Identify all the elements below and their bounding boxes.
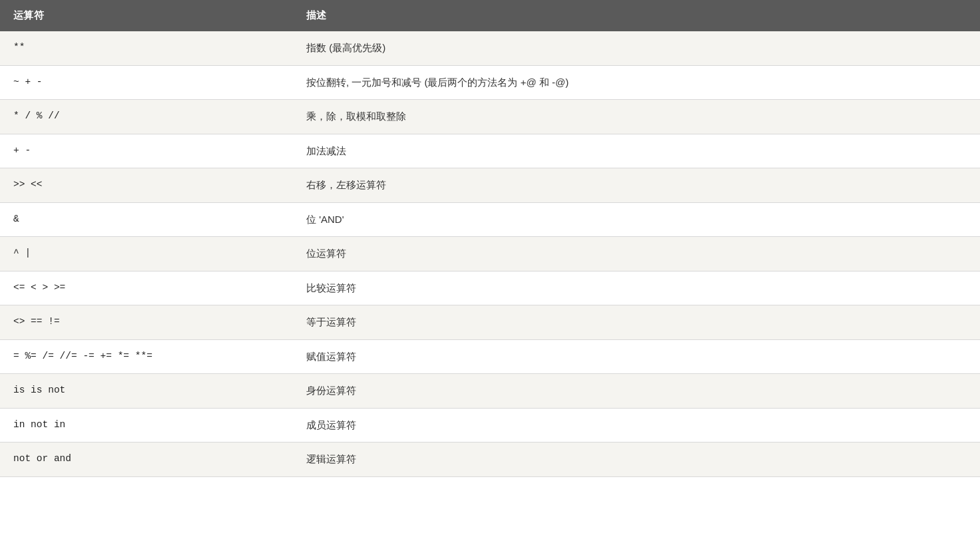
table-row: <> == !=等于运算符 — [0, 305, 980, 340]
table-row: in not in成员运算符 — [0, 408, 980, 443]
description-cell: 位运算符 — [293, 237, 980, 271]
description-cell: 逻辑运算符 — [293, 443, 980, 477]
col-operator-header: 运算符 — [0, 0, 293, 31]
description-cell: 加法减法 — [293, 134, 980, 168]
operator-cell: is is not — [0, 374, 293, 409]
operator-cell: + - — [0, 134, 293, 168]
description-cell: 成员运算符 — [293, 408, 980, 443]
operator-cell: <= < > >= — [0, 271, 293, 305]
table-row: ^ |位运算符 — [0, 237, 980, 271]
operators-table: 运算符 描述 **指数 (最高优先级)~ + -按位翻转, 一元加号和减号 (最… — [0, 0, 980, 477]
table-row: **指数 (最高优先级) — [0, 31, 980, 65]
table-row: = %= /= //= -= += *= **=赋值运算符 — [0, 339, 980, 374]
table-row: &位 'AND' — [0, 202, 980, 237]
table-row: + -加法减法 — [0, 134, 980, 168]
operator-cell: & — [0, 202, 293, 237]
table-row: <= < > >=比较运算符 — [0, 271, 980, 305]
operator-cell: * / % // — [0, 100, 293, 134]
operator-cell: >> << — [0, 168, 293, 203]
description-cell: 比较运算符 — [293, 271, 980, 305]
table-row: not or and逻辑运算符 — [0, 443, 980, 477]
table-row: * / % //乘，除，取模和取整除 — [0, 100, 980, 134]
description-cell: 位 'AND' — [293, 202, 980, 237]
description-cell: 按位翻转, 一元加号和减号 (最后两个的方法名为 +@ 和 -@) — [293, 65, 980, 100]
table-row: is is not身份运算符 — [0, 374, 980, 409]
description-cell: 乘，除，取模和取整除 — [293, 100, 980, 134]
operator-cell: ~ + - — [0, 65, 293, 100]
description-cell: 右移，左移运算符 — [293, 168, 980, 203]
operator-cell: ^ | — [0, 237, 293, 271]
col-description-header: 描述 — [293, 0, 980, 31]
table-header-row: 运算符 描述 — [0, 0, 980, 31]
table-row: >> <<右移，左移运算符 — [0, 168, 980, 203]
description-cell: 赋值运算符 — [293, 339, 980, 374]
operator-cell: <> == != — [0, 305, 293, 340]
description-cell: 等于运算符 — [293, 305, 980, 340]
description-cell: 指数 (最高优先级) — [293, 31, 980, 65]
operator-cell: in not in — [0, 408, 293, 443]
table-row: ~ + -按位翻转, 一元加号和减号 (最后两个的方法名为 +@ 和 -@) — [0, 65, 980, 100]
description-cell: 身份运算符 — [293, 374, 980, 409]
operator-cell: not or and — [0, 443, 293, 477]
operator-cell: ** — [0, 31, 293, 65]
operator-cell: = %= /= //= -= += *= **= — [0, 339, 293, 374]
main-container: 运算符 描述 **指数 (最高优先级)~ + -按位翻转, 一元加号和减号 (最… — [0, 0, 980, 539]
